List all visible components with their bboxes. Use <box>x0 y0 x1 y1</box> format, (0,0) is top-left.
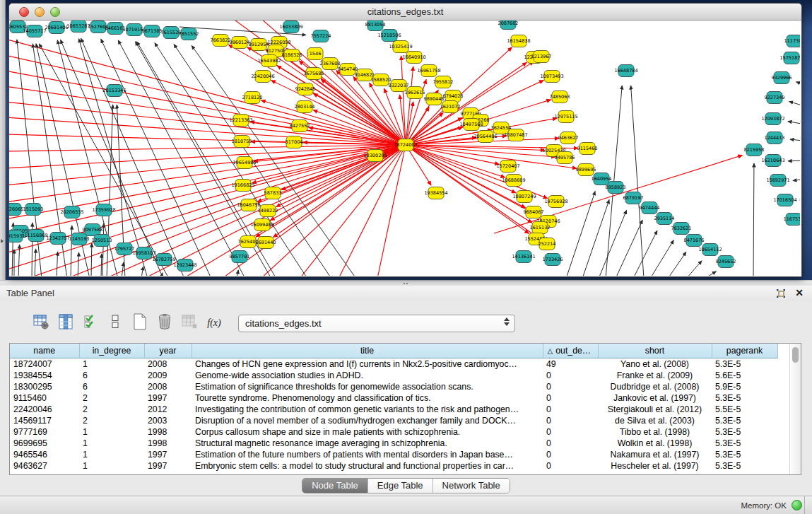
cell-name[interactable]: 9699695 <box>10 438 79 449</box>
table-settings-button[interactable] <box>32 314 50 332</box>
cell-short[interactable]: Wolkin et al. (1998) <box>598 438 712 449</box>
column-header-pagerank[interactable]: pagerank <box>712 344 777 358</box>
graph-node[interactable]: 1213967 <box>531 51 552 63</box>
column-header-name[interactable]: name <box>10 344 79 358</box>
graph-node[interactable]: 10654112 <box>698 244 722 256</box>
cell-short[interactable]: Hescheler et al. (1997) <box>598 460 712 472</box>
graph-node[interactable]: 1795727 <box>114 243 135 255</box>
graph-node[interactable]: 8958923 <box>606 182 626 194</box>
column-header-short[interactable]: short <box>598 344 712 358</box>
table-row[interactable]: 2242004622012Investigating the contribut… <box>10 404 790 415</box>
table-row[interactable]: 969969511998Structural magnetic resonanc… <box>10 438 790 449</box>
cell-year[interactable]: 2003 <box>144 415 192 426</box>
cell-out_degree[interactable]: 0 <box>543 460 598 472</box>
cell-year[interactable]: 1997 <box>144 392 192 404</box>
graph-node[interactable]: 7851552 <box>179 28 199 40</box>
cell-in_degree[interactable]: 2 <box>79 404 144 415</box>
cell-out_degree[interactable]: 0 <box>543 392 598 404</box>
cell-out_degree[interactable]: 49 <box>543 358 598 370</box>
cell-pagerank[interactable]: 5.3E-5 <box>712 392 777 404</box>
graph-node[interactable]: 16154838 <box>507 35 530 47</box>
graph-node[interactable]: 1250513 <box>92 235 112 247</box>
graph-node[interactable]: 1810755 <box>232 136 252 148</box>
network-canvas[interactable]: 9960124891295412226058912750816543982818… <box>9 21 800 276</box>
graph-node[interactable]: 2935114 <box>654 213 675 225</box>
graph-node[interactable]: 15692971 <box>766 175 789 187</box>
cell-year[interactable]: 1997 <box>144 449 192 460</box>
graph-node[interactable]: 9474444 <box>640 202 660 214</box>
graph-node[interactable]: 1498222 <box>258 205 278 217</box>
cell-in_degree[interactable]: 1 <box>79 460 144 472</box>
graph-node[interactable]: 1117304 <box>784 35 800 47</box>
cell-in_degree[interactable]: 1 <box>79 358 144 370</box>
graph-node[interactable]: 12975115 <box>554 111 577 123</box>
delete-column-button[interactable] <box>155 314 174 332</box>
cell-name[interactable]: 22420046 <box>10 404 79 415</box>
graph-node[interactable]: 1691440 <box>256 237 276 249</box>
function-builder-button[interactable]: f(x) <box>205 314 223 332</box>
network-graph[interactable]: 9960124891295412226058912750816543982818… <box>9 21 800 276</box>
graph-node[interactable]: 16961758 <box>417 65 440 77</box>
table-row[interactable]: 1938455462009Genome-wide association stu… <box>10 370 790 381</box>
cell-year[interactable]: 1997 <box>144 460 192 472</box>
close-window-button[interactable] <box>19 7 29 17</box>
left-splitter-strip[interactable] <box>0 0 6 280</box>
graph-node[interactable]: 14136141 <box>512 251 535 263</box>
graph-node[interactable]: 9890448 <box>424 93 445 105</box>
cell-in_degree[interactable]: 2 <box>79 392 144 404</box>
cell-title[interactable]: Investigating the contribution of common… <box>192 404 543 415</box>
graph-node[interactable]: 15218506 <box>377 30 401 42</box>
splitter-collapse-icon[interactable] <box>1 239 4 243</box>
cell-year[interactable]: 1998 <box>144 426 192 438</box>
new-column-button[interactable] <box>131 314 149 332</box>
tab-network-table[interactable]: Network Table <box>433 479 510 493</box>
column-header-in_degree[interactable]: in_degree <box>79 344 144 358</box>
graph-node[interactable]: 20691406 <box>45 22 68 34</box>
graph-node[interactable]: 6879197 <box>623 192 644 204</box>
graph-node[interactable]: 7557224 <box>311 30 331 42</box>
cell-pagerank[interactable]: 5.3E-5 <box>712 460 777 472</box>
graph-node[interactable]: 19166825 <box>231 180 254 192</box>
graph-node[interactable]: 8427552 <box>290 120 310 132</box>
cell-year[interactable]: 2009 <box>144 370 192 381</box>
cell-name[interactable]: 9465546 <box>10 449 79 460</box>
table-row[interactable]: 977716911998Corpus callosum shape and si… <box>10 426 790 438</box>
cell-in_degree[interactable]: 6 <box>79 381 144 392</box>
table-row[interactable]: 946362711997Embryonic stem cells: a mode… <box>10 460 790 472</box>
graph-node[interactable]: 9242845 <box>295 83 316 95</box>
row-height-button[interactable] <box>106 314 124 332</box>
cell-name[interactable]: 9463627 <box>10 460 79 472</box>
graph-node[interactable]: 19756928 <box>544 196 567 208</box>
cell-out_degree[interactable]: 0 <box>543 438 598 449</box>
graph-node[interactable]: 12342757 <box>46 233 69 245</box>
graph-node[interactable]: 16640910 <box>402 52 425 64</box>
cell-title[interactable]: Embryonic stem cells: a model to study s… <box>192 460 543 472</box>
graph-node[interactable]: 9899695 <box>576 164 596 176</box>
cell-in_degree[interactable]: 2 <box>79 415 144 426</box>
cell-name[interactable]: 14569117 <box>10 415 79 426</box>
graph-node[interactable]: 7955812 <box>433 76 454 88</box>
cell-in_degree[interactable]: 1 <box>79 438 144 449</box>
cell-name[interactable]: 18724007 <box>10 358 79 370</box>
cell-out_degree[interactable]: 0 <box>543 370 598 381</box>
graph-node[interactable]: 1167533 <box>784 214 800 226</box>
graph-node[interactable]: 17359928 <box>92 204 115 216</box>
cell-title[interactable]: Changes of HCN gene expression and I(f) … <box>192 358 543 370</box>
cell-title[interactable]: Genome-wide association studies in ADHD. <box>192 370 543 381</box>
table-row[interactable]: 911546021997Tourette syndrome. Phenomeno… <box>10 392 790 404</box>
cell-year[interactable]: 2012 <box>144 404 192 415</box>
cell-pagerank[interactable]: 5.3E-5 <box>712 438 777 449</box>
graph-node[interactable]: 7485063 <box>550 91 570 103</box>
float-panel-icon[interactable] <box>776 288 787 298</box>
cell-in_degree[interactable]: 6 <box>79 370 144 381</box>
tab-edge-table[interactable]: Edge Table <box>368 479 433 493</box>
column-header-out_degree[interactable]: △out_de… <box>543 344 598 358</box>
graph-node[interactable]: 9097588 <box>83 224 103 236</box>
table-row[interactable]: 946554611997Estimation of the future num… <box>10 449 790 460</box>
cell-short[interactable]: Nakamura et al. (1997) <box>598 449 712 460</box>
graph-node[interactable]: 1615132 <box>530 222 551 234</box>
graph-node[interactable]: 8215958 <box>744 144 765 156</box>
cell-name[interactable]: 19384554 <box>10 370 79 381</box>
graph-node[interactable]: 1962615 <box>405 87 425 99</box>
cell-name[interactable]: 18300295 <box>10 381 79 392</box>
